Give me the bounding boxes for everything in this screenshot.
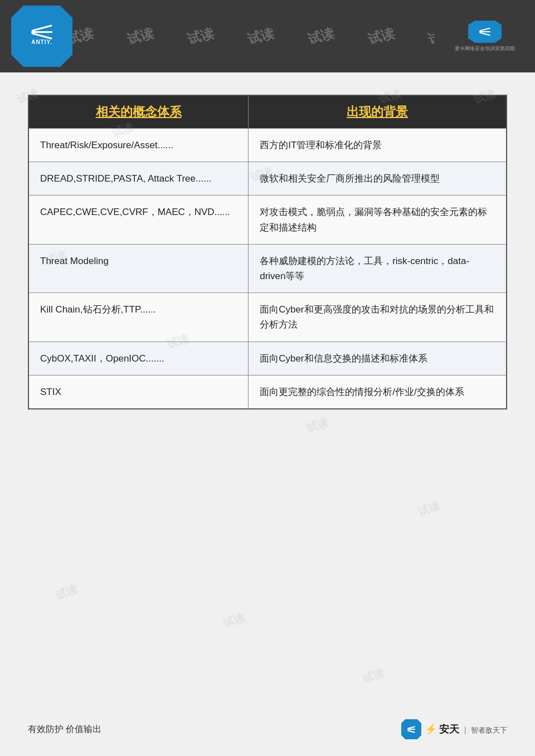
- footer-logo-icon-line-2: [407, 729, 415, 730]
- table-cell-right-3: 各种威胁建模的方法论，工具，risk-centric，data-driven等等: [249, 244, 507, 292]
- table-row: CAPEC,CWE,CVE,CVRF，MAEC，NVD......对攻击模式，脆…: [28, 196, 507, 244]
- header-watermarks: 试读 试读 试读 试读 试读 试读 试读: [67, 0, 435, 72]
- logo-line-1: [31, 25, 52, 32]
- footer-logo-icon: [401, 719, 421, 739]
- table-row: Threat/Risk/Exposure/Asset......西方的IT管理和…: [28, 129, 507, 162]
- table-cell-left-0: Threat/Risk/Exposure/Asset......: [28, 129, 249, 162]
- logo: ANTIY.: [11, 6, 72, 67]
- header-wm-2: 试读: [125, 24, 156, 48]
- corner-logo-icon: [468, 21, 502, 43]
- page-wm-10: 试读: [54, 582, 80, 603]
- main-content: 相关的概念体系 出现的背景 Threat/Risk/Exposure/Asset…: [0, 72, 535, 432]
- table-row: CybOX,TAXII，OpenIOC.......面向Cyber和信息交换的描…: [28, 342, 507, 375]
- header-wm-3: 试读: [186, 24, 216, 48]
- header-wm-5: 试读: [306, 24, 337, 48]
- col1-header: 相关的概念体系: [28, 95, 249, 129]
- table-row: STIX面向更完整的综合性的情报分析/作业/交换的体系: [28, 375, 507, 409]
- footer-slogan-text: 智者敌天下: [471, 726, 507, 734]
- footer-logo: ⚡ 安天 | 智者敌天下: [401, 719, 507, 739]
- corner-logo-text: 爱卡网络安全培训营第四期: [455, 45, 515, 52]
- table-cell-right-2: 对攻击模式，脆弱点，漏洞等各种基础的安全元素的标定和描述结构: [249, 196, 507, 244]
- table-row: Threat Modeling各种威胁建模的方法论，工具，risk-centri…: [28, 244, 507, 292]
- table-cell-left-1: DREAD,STRIDE,PASTA, Attack Tree......: [28, 162, 249, 196]
- page-wm-11: 试读: [221, 609, 247, 631]
- table-cell-right-4: 面向Cyber和更高强度的攻击和对抗的场景的分析工具和分析方法: [249, 293, 507, 342]
- table-row: DREAD,STRIDE,PASTA, Attack Tree......微软和…: [28, 162, 507, 196]
- lightning-icon: ⚡: [425, 724, 437, 735]
- logo-lines: [31, 27, 52, 37]
- logo-line-3: [31, 32, 52, 40]
- footer-logo-icon-lines: [407, 727, 415, 732]
- table-cell-right-1: 微软和相关安全厂商所推出的风险管理模型: [249, 162, 507, 196]
- header-wm-6: 试读: [366, 24, 397, 48]
- table-cell-left-4: Kill Chain,钻石分析,TTP......: [28, 293, 249, 342]
- corner-logo-line-3: [479, 32, 490, 36]
- header: ANTIY. 试读 试读 试读 试读 试读 试读 试读 爱卡网络安全培训营第四期: [0, 0, 535, 72]
- header-wm-7: 试读: [426, 24, 435, 48]
- table-cell-left-5: CybOX,TAXII，OpenIOC.......: [28, 342, 249, 375]
- page-wm-9: 试读: [416, 498, 442, 520]
- page-wm-12: 试读: [361, 665, 387, 687]
- table-cell-left-2: CAPEC,CWE,CVE,CVRF，MAEC，NVD......: [28, 196, 249, 244]
- footer-logo-brand-area: ⚡ 安天 | 智者敌天下: [425, 723, 507, 736]
- footer-logo-icon-line-3: [407, 730, 415, 733]
- corner-text-line1: 爱卡网络安全培训营第四期: [455, 45, 515, 52]
- col2-header: 出现的背景: [249, 95, 507, 129]
- footer-brand-text: 安天: [439, 724, 459, 735]
- table-cell-left-6: STIX: [28, 375, 249, 409]
- table-cell-right-5: 面向Cyber和信息交换的描述和标准体系: [249, 342, 507, 375]
- logo-text: ANTIY.: [31, 39, 52, 45]
- table-row: Kill Chain,钻石分析,TTP......面向Cyber和更高强度的攻击…: [28, 293, 507, 342]
- table-cell-right-0: 西方的IT管理和标准化的背景: [249, 129, 507, 162]
- header-wm-4: 试读: [246, 24, 276, 48]
- footer-separator: |: [464, 725, 466, 734]
- concept-table: 相关的概念体系 出现的背景 Threat/Risk/Exposure/Asset…: [28, 95, 507, 409]
- table-cell-right-6: 面向更完整的综合性的情报分析/作业/交换的体系: [249, 375, 507, 409]
- table-header-row: 相关的概念体系 出现的背景: [28, 95, 507, 129]
- footer: 有效防护 价值输出 ⚡ 安天 | 智者敌天下: [0, 719, 535, 739]
- footer-tagline: 有效防护 价值输出: [28, 724, 101, 735]
- table-cell-left-3: Threat Modeling: [28, 244, 249, 292]
- corner-logo-lines: [479, 29, 490, 35]
- corner-logo: 爱卡网络安全培训营第四期: [446, 11, 524, 61]
